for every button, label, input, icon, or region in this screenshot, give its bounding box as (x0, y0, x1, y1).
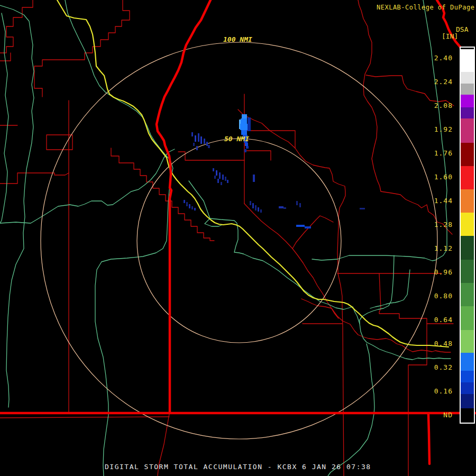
precip-echo (196, 146, 198, 150)
precip-echo (245, 143, 248, 146)
colorbar-tick-label: 1.44 (418, 197, 453, 205)
precip-echo (244, 149, 246, 152)
colorbar-tick-label: 0.80 (418, 292, 453, 300)
highway-line (157, 0, 210, 413)
colorbar-segment (461, 260, 474, 283)
river-line (65, 0, 173, 476)
colorbar-segment (461, 95, 474, 107)
precip-echo (219, 172, 221, 179)
precip-echo (255, 205, 257, 210)
river-line (0, 5, 34, 407)
precip-echo (299, 203, 301, 207)
precip-echo (191, 132, 193, 136)
precip-echo (242, 114, 247, 118)
precip-echo (216, 170, 217, 176)
colorbar-segment (461, 330, 474, 353)
precip-echo (195, 135, 196, 142)
range-ring-50-nmi (137, 139, 341, 343)
county-boundary-line (244, 204, 292, 249)
precip-echo (227, 180, 228, 183)
colorbar-tick-label: 2.24 (418, 78, 453, 86)
precip-echo (248, 117, 251, 131)
county-boundary-line (178, 152, 244, 160)
precip-echo (191, 206, 193, 209)
colorbar-segment (461, 72, 474, 84)
precip-echo (213, 168, 214, 171)
colorbar-tick-label: 0.32 (418, 363, 453, 371)
county-boundary-line (244, 151, 271, 160)
colorbar-segment (461, 283, 474, 306)
colorbar-segment (461, 353, 474, 371)
precip-echo (296, 201, 298, 205)
precip-echo (279, 206, 283, 208)
river-line (328, 344, 374, 476)
colorbar-segment (461, 371, 474, 382)
county-boundary-line (0, 417, 169, 418)
precip-echo (246, 146, 249, 149)
precip-echo (204, 139, 205, 144)
yellow-highway-line (57, 0, 448, 347)
precip-echo (283, 207, 286, 209)
colorbar-segment (461, 49, 474, 72)
colorbar-tick-label: 2.40 (418, 54, 453, 62)
precip-echo (184, 200, 185, 203)
colorbar-tick-label: 0.64 (418, 316, 453, 324)
precip-echo (214, 176, 216, 179)
precip-echo (193, 143, 195, 146)
precip-echo (253, 175, 255, 182)
river-line (0, 13, 8, 223)
precip-echo (189, 204, 190, 208)
colorbar-segment (461, 236, 474, 260)
colorbar-segment (461, 394, 474, 408)
precip-echo (241, 118, 247, 124)
colorbar-segment (461, 118, 474, 143)
range-ring-label-100nmi: 100 NMI (223, 35, 252, 43)
precip-echo (240, 124, 248, 130)
precip-echo (258, 207, 259, 212)
product-units-label: [IN] (442, 32, 458, 40)
precip-echo (222, 175, 224, 180)
precip-echo (198, 133, 199, 142)
county-boundary-line (34, 0, 130, 97)
colorbar-tick-label: 0.96 (418, 268, 453, 276)
precip-echo (206, 142, 208, 146)
county-boundary-line (292, 216, 338, 318)
county-boundary-line (238, 109, 345, 476)
highway-line (428, 414, 429, 464)
colorbar-tick-label: 0.48 (418, 340, 453, 347)
colorbar-segment (461, 189, 474, 213)
precip-echo (217, 179, 219, 183)
brand: NEXLAB-College of DuPage (377, 4, 476, 11)
precip-echo (250, 201, 251, 205)
colorbar-tick-label: 1.76 (418, 149, 453, 157)
precip-echo (200, 136, 202, 144)
precip-echo (186, 202, 188, 206)
radar-map (0, 0, 476, 476)
colorbar-tick-label: 1.60 (418, 173, 453, 181)
colorbar-segment (461, 408, 474, 423)
colorbar-segment (461, 382, 474, 394)
range-ring-label-50nmi: 50 NMI (224, 135, 249, 143)
colorbar-tick-label: 2.08 (418, 102, 453, 109)
river-line (0, 149, 175, 223)
brand-text: NEXLAB-College of DuPage (377, 4, 474, 11)
precip-echo (241, 130, 247, 135)
colorbar-segment (461, 107, 474, 118)
precip-echo (296, 225, 305, 227)
precip-echo (305, 226, 311, 228)
precip-echo (221, 182, 222, 185)
colorbar-segment (461, 213, 474, 236)
precip-echo (194, 208, 196, 210)
precip-echo (225, 177, 226, 181)
product-title: DIGITAL STORM TOTAL ACCUMULATION - KCBX … (105, 463, 371, 471)
county-boundary-line (0, 173, 69, 184)
river-line (189, 181, 243, 254)
colorbar-segment (461, 143, 474, 166)
colorbar-segment (461, 306, 474, 330)
precip-echo (252, 203, 254, 208)
colorbar (460, 47, 475, 424)
colorbar-tick-label: ND (418, 411, 453, 419)
colorbar-segment (461, 166, 474, 189)
precip-echo (360, 208, 365, 209)
colorbar-tick-label: 1.92 (418, 125, 453, 133)
